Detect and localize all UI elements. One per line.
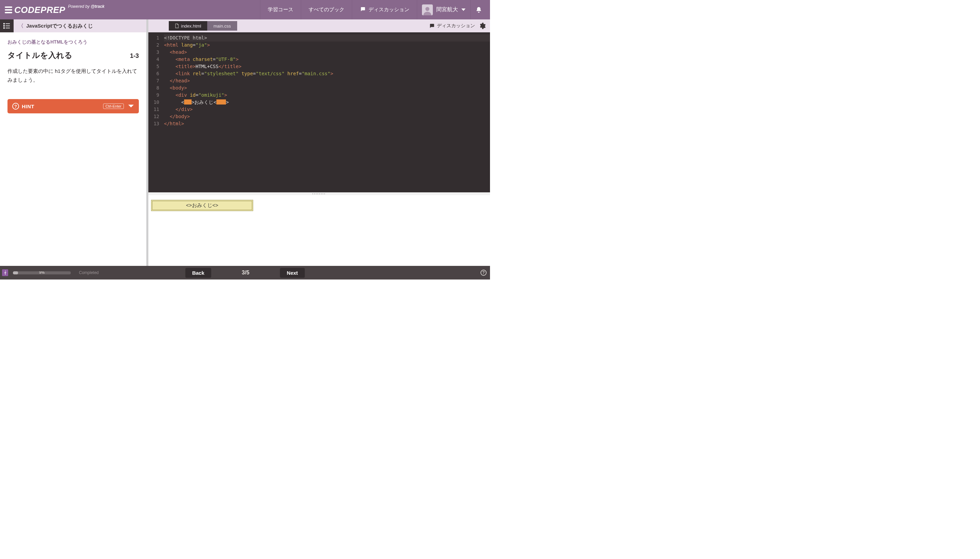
nav-books[interactable]: すべてのブック [301,0,352,20]
chat-icon [429,23,435,28]
code-content[interactable]: <!DOCTYPE html><html lang="ja"> <head> <… [162,32,490,192]
file-icon [175,23,179,28]
gear-icon[interactable] [478,22,486,30]
logo[interactable]: CODEPREP Powered by @track [5,4,104,15]
powered-by: Powered by @track [68,4,104,9]
help-button[interactable]: ? [480,270,487,276]
bell-icon [475,7,482,13]
progress-bar: 9% [13,271,71,275]
hint-shortcut: Ctrl-Enter [103,104,124,109]
menu-list-icon [3,23,10,29]
brand-text: CODEPREP [14,5,65,15]
lesson-description: 作成した要素の中に h1タグを使用してタイトルを入れてみましょう。 [8,67,139,84]
lesson-panel: 〈 JavaScriptでつくるおみくじ おみくじの基となるHTMLをつくろう … [0,20,148,266]
top-nav: 学習コース すべてのブック ディスカッション 間宮航大 [260,0,487,20]
user-name: 間宮航大 [436,6,458,13]
footer-bar: 9% Completed Back 3/5 Next ? [0,266,490,280]
svg-point-1 [4,23,5,24]
chevron-down-icon [128,104,134,108]
lesson-menu-button[interactable] [0,20,13,32]
hint-label: HINT [22,104,35,109]
nav-courses[interactable]: 学習コース [260,0,301,20]
logo-stripes-icon [5,7,12,13]
chevron-left-icon: 〈 [18,23,23,29]
next-button[interactable]: Next [280,268,305,278]
svg-point-5 [4,28,5,28]
preview-pane: <>おみくじ<> [148,195,490,266]
caret-down-icon [462,8,465,11]
nav-discussion[interactable]: ディスカッション [352,0,417,20]
back-button[interactable]: Back [185,268,211,278]
user-menu[interactable]: 間宮航大 [417,0,470,20]
code-editor[interactable]: 12345678910111213 <!DOCTYPE html><html l… [148,32,490,192]
chat-icon [360,7,366,13]
completed-label: Completed [79,270,99,275]
breadcrumb-title: JavaScriptでつくるおみくじ [26,23,93,29]
tab-main-css[interactable]: main.css [207,21,237,31]
page-indicator: 3/5 [242,270,249,276]
code-blank[interactable] [184,99,191,104]
line-gutter: 12345678910111213 [148,32,162,192]
question-icon: ? [12,103,19,110]
hint-button[interactable]: ? HINT Ctrl-Enter [8,99,139,113]
lesson-number: 1-3 [130,53,139,60]
progress-percent: 9% [39,271,45,275]
editor-toolbar: index.html main.css ディスカッション [148,20,490,32]
lesson-title: タイトルを入れる [8,50,73,61]
svg-point-0 [426,7,429,11]
runner-icon [2,269,8,276]
svg-point-3 [4,26,5,26]
notifications-button[interactable] [470,0,487,20]
chapter-label: おみくじの基となるHTMLをつくろう [8,39,139,45]
avatar-icon [422,5,433,15]
svg-point-7 [5,271,6,271]
breadcrumb[interactable]: 〈 JavaScriptでつくるおみくじ [13,23,98,29]
discussion-link[interactable]: ディスカッション [429,23,475,29]
horizontal-splitter[interactable] [148,192,490,195]
code-blank[interactable] [216,99,226,104]
top-bar: CODEPREP Powered by @track 学習コース すべてのブック… [0,0,490,20]
preview-omikuji-box: <>おみくじ<> [151,200,253,211]
tab-index-html[interactable]: index.html [169,21,207,31]
